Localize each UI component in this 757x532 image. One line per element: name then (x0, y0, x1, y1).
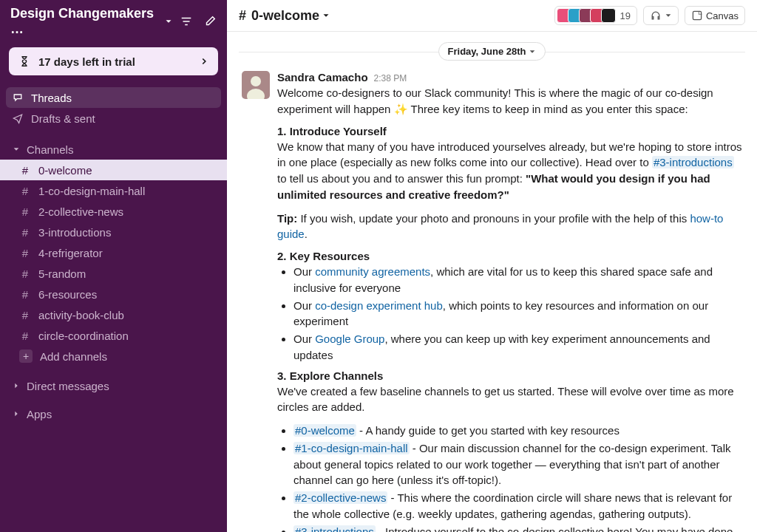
message-list: Friday, June 28th Sandra Camacho 2:38 PM… (227, 32, 757, 532)
send-icon (12, 112, 24, 124)
member-count: 19 (619, 10, 630, 21)
channel-name: 5-random (38, 267, 86, 280)
threads-icon (12, 92, 24, 103)
workspace-switcher[interactable]: Design Changemakers … (10, 6, 174, 37)
channel-name: circle-coordination (38, 330, 129, 342)
chevron-right-icon (199, 56, 209, 66)
compose-icon[interactable] (203, 15, 217, 28)
link-google-group[interactable]: Google Group (315, 332, 384, 345)
caret-right-icon (10, 410, 22, 417)
hash-icon: # (19, 247, 31, 259)
date-divider: Friday, June 28th (227, 42, 757, 61)
nav-drafts[interactable]: Drafts & sent (0, 108, 227, 129)
channel-0-welcome[interactable]: # 0-welcome (0, 160, 227, 180)
message: Sandra Camacho 2:38 PM Welcome co-design… (227, 68, 757, 532)
hash-icon: # (19, 330, 31, 342)
hash-icon: # (239, 8, 250, 24)
channel-title: 0-welcome (251, 8, 319, 24)
main-area: # 0-welcome 19 Canvas (227, 0, 757, 532)
channel-name: 6-resources (38, 288, 97, 301)
heading: 1. Introduce Yourself (277, 125, 742, 137)
channel-name: 3-introductions (38, 226, 111, 239)
plus-icon: + (19, 349, 33, 363)
members-button[interactable]: 19 (554, 6, 637, 25)
channel-3-introductions[interactable]: # 3-introductions (0, 222, 227, 242)
date-jump-button[interactable]: Friday, June 28th (438, 42, 546, 61)
channel-1-co-design-main-hall[interactable]: # 1-co-design-main-hall (0, 180, 227, 201)
channel-name: activity-book-club (38, 309, 124, 321)
list-item: #3-introductions - Introduce yourself to… (293, 524, 742, 533)
channel-link[interactable]: #0-welcome (293, 424, 356, 437)
channel-5-random[interactable]: # 5-random (0, 263, 227, 284)
channel-activity-book-club[interactable]: # activity-book-club (0, 304, 227, 325)
hash-icon: # (19, 205, 31, 218)
apps-section-header[interactable]: Apps (0, 403, 227, 424)
channel-name: 4-refrigerator (38, 247, 103, 259)
sidebar: Design Changemakers … 17 days left in tr… (0, 0, 227, 532)
chevron-down-icon (665, 12, 672, 19)
section-label: Channels (27, 143, 73, 156)
date-label: Friday, June 28th (448, 46, 526, 57)
list-item: Our co-design experiment hub, which poin… (293, 298, 742, 330)
section-label: Direct messages (27, 380, 109, 392)
chevron-down-icon (163, 16, 174, 27)
link-community-agreements[interactable]: community agreements (315, 265, 430, 278)
hourglass-icon (18, 55, 31, 68)
channel-name: 2-collective-news (38, 205, 123, 218)
channel-link[interactable]: #2-collective-news (293, 491, 387, 504)
hash-icon: # (19, 164, 31, 177)
channel-circle-coordination[interactable]: # circle-coordination (0, 325, 227, 346)
chevron-down-icon (321, 10, 331, 21)
list-item: #0-welcome - A handy guide to get you st… (293, 423, 742, 439)
workspace-header: Design Changemakers … (0, 0, 227, 41)
message-text: We know that many of you have introduced… (277, 139, 742, 203)
channel-4-refrigerator[interactable]: # 4-refrigerator (0, 242, 227, 263)
nav-label: Drafts & sent (31, 112, 95, 125)
channel-name: 1-co-design-main-hall (38, 185, 145, 197)
channel-link[interactable]: #3-introductions (293, 525, 376, 533)
channels-section-header[interactable]: Channels (0, 139, 227, 160)
avatar (601, 8, 616, 23)
headphones-icon (650, 10, 662, 21)
chevron-down-icon (529, 48, 536, 55)
filter-icon[interactable] (180, 15, 193, 28)
author-avatar[interactable] (242, 71, 270, 99)
trial-banner[interactable]: 17 days left in trial (9, 47, 218, 75)
avatar-stack (557, 8, 612, 23)
channel-title-button[interactable]: # 0-welcome (239, 8, 331, 24)
heading: 2. Key Resources (277, 250, 742, 262)
author-name[interactable]: Sandra Camacho (277, 71, 368, 83)
list-item: #1-co-design-main-hall - Our main discus… (293, 440, 742, 488)
section-label: Apps (27, 408, 52, 420)
hash-icon: # (19, 267, 31, 280)
channel-header: # 0-welcome 19 Canvas (227, 0, 757, 32)
message-time: 2:38 PM (374, 73, 407, 83)
add-channels[interactable]: + Add channels (0, 346, 227, 366)
channel-6-resources[interactable]: # 6-resources (0, 284, 227, 304)
hash-icon: # (19, 288, 31, 301)
svg-rect-0 (693, 11, 701, 19)
hash-icon: # (19, 185, 31, 197)
channel-2-collective-news[interactable]: # 2-collective-news (0, 201, 227, 222)
list-item: Our Google Group, where you can keep up … (293, 331, 742, 364)
link-experiment-hub[interactable]: co-design experiment hub (315, 299, 443, 312)
huddle-button[interactable] (643, 6, 679, 25)
canvas-label: Canvas (706, 10, 739, 21)
message-text: Tip: If you wish, update your photo and … (277, 211, 742, 243)
hash-icon: # (19, 226, 31, 239)
nav-threads[interactable]: Threads (6, 87, 221, 108)
heading: 3. Explore Channels (277, 369, 742, 382)
message-text: We've created a few baseline channels to… (277, 383, 742, 416)
channel-link[interactable]: #3-introductions (652, 156, 734, 168)
list-item: #2-collective-news - This where the coor… (293, 490, 742, 522)
dm-section-header[interactable]: Direct messages (0, 375, 227, 396)
channel-link[interactable]: #1-co-design-main-hall (293, 442, 410, 454)
add-channels-label: Add channels (40, 350, 107, 363)
canvas-icon (691, 10, 703, 21)
caret-right-icon (10, 382, 22, 389)
trial-text: 17 days left in trial (38, 55, 191, 68)
nav-label: Threads (31, 92, 72, 104)
channel-name: 0-welcome (38, 164, 92, 177)
hash-icon: # (19, 309, 31, 321)
canvas-button[interactable]: Canvas (685, 6, 745, 25)
